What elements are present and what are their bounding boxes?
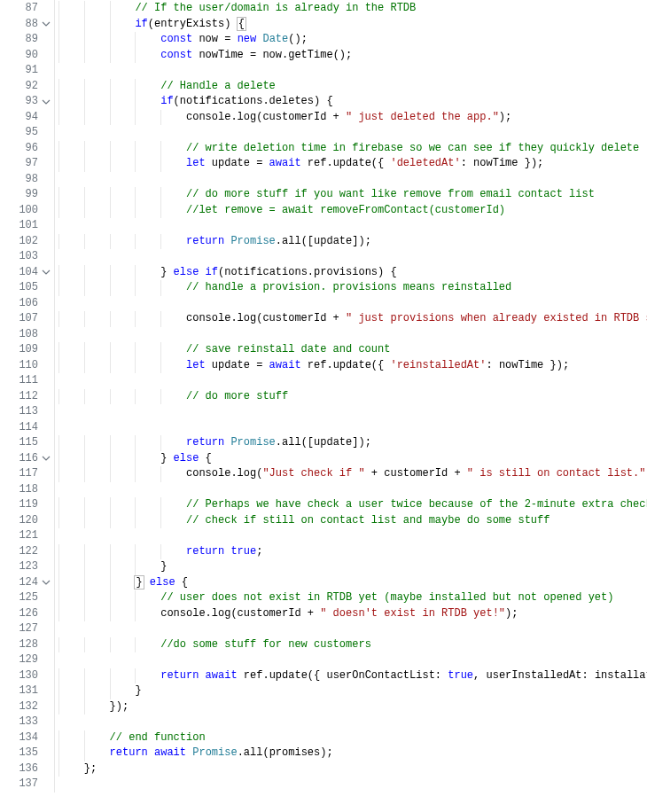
code-line[interactable]: // Handle a delete [55, 79, 647, 95]
code-line[interactable]: console.log(customerId + " doesn't exist… [55, 606, 647, 622]
code-line[interactable] [55, 373, 647, 389]
line-number: 134 [0, 730, 54, 746]
fold-toggle-icon[interactable] [40, 94, 52, 110]
line-number: 115 [0, 435, 54, 451]
code-line[interactable] [55, 63, 647, 79]
line-number: 137 [0, 777, 54, 792]
code-line[interactable]: // do more stuff [55, 389, 647, 405]
code-line[interactable]: } [55, 559, 647, 575]
token-keyword: new [238, 33, 257, 45]
code-line[interactable]: } else { [55, 451, 647, 467]
code-line[interactable] [55, 420, 647, 436]
line-number: 130 [0, 668, 54, 684]
token-keyword: const [160, 33, 192, 45]
token-keyword: if [160, 95, 173, 107]
code-line[interactable]: // Perhaps we have check a user twice be… [55, 497, 647, 513]
token-string: " just provisions when already existed i… [346, 312, 647, 324]
token-type: Promise [230, 436, 275, 449]
code-line[interactable]: }; [55, 761, 647, 777]
code-line[interactable] [55, 125, 647, 141]
token-punct: { [175, 576, 188, 589]
code-line[interactable] [55, 714, 647, 730]
code-area[interactable]: // If the user/domain is already in the … [55, 0, 647, 792]
token-keyword: else [174, 266, 199, 278]
token-keyword: return [186, 235, 224, 247]
code-line[interactable]: } [55, 683, 647, 699]
code-line[interactable] [55, 482, 647, 498]
token-punct: (); [288, 33, 308, 45]
code-line[interactable]: return await ref.update({ userOnContactL… [55, 668, 647, 684]
code-line[interactable] [55, 652, 647, 668]
token-comment: // user does not exist in RTDB yet (mayb… [160, 591, 613, 604]
code-line[interactable]: } else { [55, 575, 647, 591]
line-number: 132 [0, 699, 54, 715]
line-number: 104 [0, 265, 54, 281]
code-line[interactable] [55, 777, 647, 792]
line-number: 100 [0, 203, 54, 219]
token-punct: } [160, 560, 167, 573]
line-number: 122 [0, 544, 54, 560]
token-bool: true [230, 545, 256, 558]
code-line[interactable]: // user does not exist in RTDB yet (mayb… [55, 590, 647, 606]
token-comment: // If the user/domain is already in the … [135, 2, 416, 14]
token-string: " doesn't exist in RTDB yet!" [320, 607, 505, 620]
token-keyword: return [160, 669, 199, 682]
code-line[interactable] [55, 327, 647, 343]
line-number: 89 [0, 32, 54, 48]
code-line[interactable]: if(entryExists) { [55, 17, 647, 33]
code-line[interactable]: // handle a provision. provisions means … [55, 280, 647, 296]
fold-toggle-icon[interactable] [40, 451, 52, 467]
code-line[interactable]: // do more stuff if you want like remove… [55, 187, 647, 203]
line-number: 124 [0, 575, 54, 591]
code-line[interactable] [55, 172, 647, 188]
code-line[interactable]: const nowTime = now.getTime(); [55, 48, 647, 64]
code-line[interactable]: let update = await ref.update({ 'reinsta… [55, 358, 647, 374]
code-line[interactable]: return Promise.all([update]); [55, 234, 647, 250]
code-line[interactable]: return Promise.all([update]); [55, 435, 647, 451]
code-line[interactable]: console.log(customerId + " just deleted … [55, 110, 647, 126]
line-number: 126 [0, 606, 54, 622]
code-line[interactable]: //do some stuff for new customers [55, 637, 647, 653]
code-line[interactable] [55, 621, 647, 637]
code-line[interactable]: console.log(customerId + " just provisio… [55, 311, 647, 327]
code-line[interactable]: // If the user/domain is already in the … [55, 1, 647, 17]
fold-toggle-icon[interactable] [40, 575, 52, 591]
code-line[interactable]: //let remove = await removeFromContact(c… [55, 203, 647, 219]
fold-toggle-icon[interactable] [40, 17, 52, 33]
line-number: 90 [0, 48, 54, 64]
code-line[interactable] [55, 404, 647, 420]
line-number: 119 [0, 497, 54, 513]
token-punct: }; [84, 762, 97, 775]
code-line[interactable] [55, 249, 647, 265]
fold-toggle-icon[interactable] [40, 265, 52, 281]
line-number: 92 [0, 79, 54, 95]
code-line[interactable]: // write deletion time in firebase so we… [55, 141, 647, 157]
code-line[interactable]: // end function [55, 730, 647, 746]
code-line[interactable]: console.log("Just check if " + customerI… [55, 466, 647, 482]
token-string: 'deletedAt' [390, 157, 460, 169]
code-line[interactable]: return true; [55, 544, 647, 560]
token-string: " just deleted the app." [346, 111, 499, 123]
code-line[interactable]: } else if(notifications.provisions) { [55, 265, 647, 281]
token-comment: // end function [110, 731, 206, 744]
code-line[interactable]: let update = await ref.update({ 'deleted… [55, 156, 647, 172]
code-line[interactable] [55, 528, 647, 544]
token-keyword: let [186, 157, 206, 169]
token-comment: // do more stuff if you want like remove… [186, 188, 595, 200]
token-comment: // handle a provision. provisions means … [186, 281, 511, 293]
token-punct: , userInstalledAt: installationD [473, 669, 647, 682]
code-line[interactable]: // check if still on contact list and ma… [55, 513, 647, 529]
line-number: 112 [0, 389, 54, 405]
code-line[interactable]: if(notifications.deletes) { [55, 94, 647, 110]
code-line[interactable]: // save reinstall date and count [55, 342, 647, 358]
code-line[interactable]: }); [55, 699, 647, 715]
token-punct: console.log(customerId + [186, 312, 346, 324]
code-line[interactable]: return await Promise.all(promises); [55, 746, 647, 761]
code-line[interactable]: const now = new Date(); [55, 32, 647, 48]
line-number: 99 [0, 187, 54, 203]
code-line[interactable] [55, 218, 647, 234]
token-keyword: const [160, 49, 192, 61]
line-number: 103 [0, 249, 54, 265]
code-line[interactable] [55, 296, 647, 312]
line-number: 116 [0, 451, 54, 467]
